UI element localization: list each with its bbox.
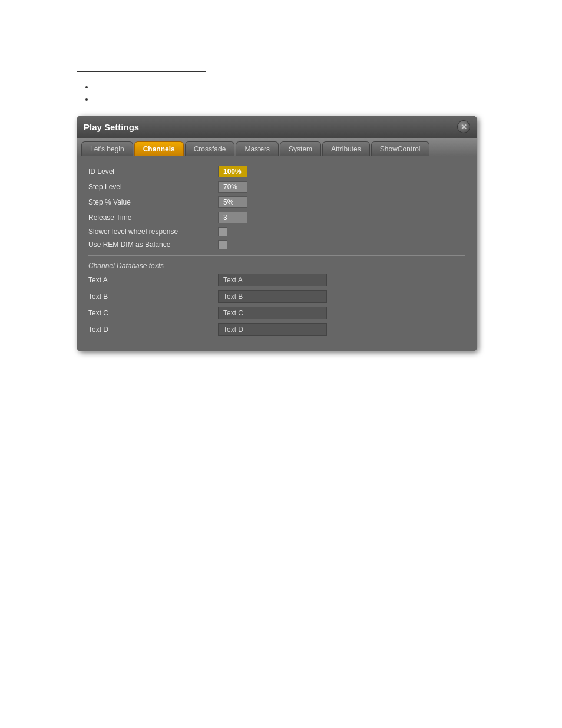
text-a-input[interactable]: Text A <box>218 274 327 286</box>
rem-dim-checkbox[interactable] <box>218 240 227 249</box>
step-level-label: Step Level <box>88 183 218 191</box>
text-d-label: Text D <box>88 325 218 334</box>
text-c-input[interactable]: Text C <box>218 307 327 319</box>
bullet-item-1 <box>94 83 562 91</box>
dialog-title: Play Settings <box>84 122 139 132</box>
bullet-list <box>94 83 562 104</box>
tab-channels[interactable]: Channels <box>134 141 184 156</box>
dialog-titlebar: Play Settings ✕ <box>77 116 477 138</box>
close-button[interactable]: ✕ <box>457 120 470 133</box>
id-level-value[interactable]: 100% <box>218 166 247 177</box>
play-settings-dialog: Play Settings ✕ Let's begin Channels Cro… <box>77 116 477 351</box>
tab-system[interactable]: System <box>280 141 321 156</box>
step-percent-label: Step % Value <box>88 198 218 206</box>
release-time-value[interactable]: 3 <box>218 212 247 223</box>
tab-showcontrol[interactable]: ShowControl <box>371 141 429 156</box>
id-level-row: ID Level 100% <box>88 166 465 177</box>
id-level-label: ID Level <box>88 167 218 176</box>
db-texts-label: Channel Database texts <box>88 262 465 270</box>
bullet-item-2 <box>94 95 562 104</box>
rem-dim-label: Use REM DIM as Balance <box>88 241 218 249</box>
slower-wheel-checkbox[interactable] <box>218 227 227 236</box>
step-percent-value[interactable]: 5% <box>218 196 247 208</box>
release-time-row: Release Time 3 <box>88 212 465 223</box>
slower-wheel-row: Slower level wheel response <box>88 227 465 236</box>
dialog-body: ID Level 100% Step Level 70% Step % Valu… <box>77 156 477 351</box>
tab-lets-begin[interactable]: Let's begin <box>81 141 133 156</box>
slower-wheel-label: Slower level wheel response <box>88 228 218 236</box>
text-a-row: Text A Text A <box>88 274 465 286</box>
page-content: Play Settings ✕ Let's begin Channels Cro… <box>0 0 562 351</box>
rem-dim-row: Use REM DIM as Balance <box>88 240 465 249</box>
tab-crossfade[interactable]: Crossfade <box>185 141 235 156</box>
text-d-row: Text D Text D <box>88 323 465 336</box>
text-d-input[interactable]: Text D <box>218 323 327 336</box>
text-c-row: Text C Text C <box>88 307 465 319</box>
text-b-label: Text B <box>88 292 218 301</box>
tabs-bar: Let's begin Channels Crossfade Masters S… <box>77 138 477 156</box>
section-divider <box>88 255 465 256</box>
release-time-label: Release Time <box>88 213 218 222</box>
text-c-label: Text C <box>88 309 218 317</box>
tab-attributes[interactable]: Attributes <box>322 141 370 156</box>
section-divider <box>77 71 206 72</box>
step-level-row: Step Level 70% <box>88 181 465 193</box>
text-b-input[interactable]: Text B <box>218 290 327 303</box>
step-level-value[interactable]: 70% <box>218 181 247 193</box>
step-percent-row: Step % Value 5% <box>88 196 465 208</box>
tab-masters[interactable]: Masters <box>236 141 279 156</box>
text-a-label: Text A <box>88 276 218 284</box>
text-b-row: Text B Text B <box>88 290 465 303</box>
